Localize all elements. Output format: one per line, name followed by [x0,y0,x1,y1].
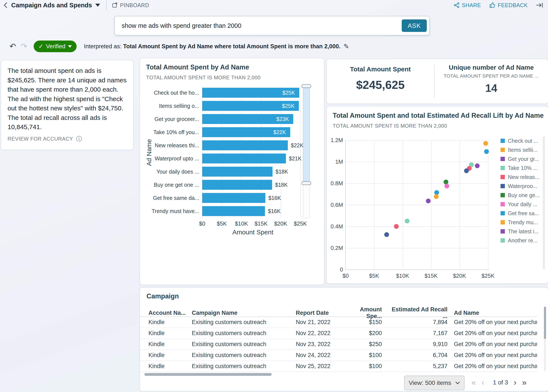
kpi-total-amount-spent: Total Amount Spent $245,625 [327,59,434,104]
redo-icon[interactable]: ↷ [21,42,27,50]
table-row: KindleExisiting customers outreachNov 21… [140,317,537,328]
legend-swatch [500,166,505,170]
info-icon[interactable]: ⓘ [76,136,82,142]
scatter-point[interactable] [434,194,439,199]
ask-button[interactable]: ASK [402,19,427,32]
table-header-cell[interactable]: Campaign Name [192,310,296,316]
feedback-label: FEEDBACK [498,2,528,8]
legend-item[interactable]: Another re... [500,236,540,245]
scatter-plot: $0$5K$10K$15K$20K$25K00.2M0.4M0.6M0.8M1M… [345,140,489,270]
table-cell: Get 20% off on your next purcha [448,352,537,359]
table-cell: Kindle [149,330,192,336]
edit-interpretation-icon[interactable]: ✎ [343,42,349,50]
legend-item[interactable]: Your daily ... [500,200,540,209]
legend-swatch [500,148,505,152]
collapse-panel-icon[interactable] [536,2,543,8]
view-items-dropdown[interactable]: View: 500 items [404,376,464,390]
bar-chart-scrollbar-handle-bottom[interactable] [302,181,311,185]
scatter-point[interactable] [475,163,480,168]
scatter-gridline [346,183,489,184]
bar-category-label: Items selliing o... [145,103,199,109]
first-page-icon[interactable]: « [471,378,476,387]
share-button[interactable]: SHARE [454,2,481,8]
bar[interactable] [202,193,265,203]
bar-chart-x-tick-label: $25K [291,220,310,227]
table-cell: 9,910 [382,341,448,348]
bar-chart-subtitle: TOTAL AMOUNT SPENT IS MORE THAN 2,000 [146,75,261,81]
scatter-gridline [346,226,489,227]
chevron-down-icon [68,45,72,48]
scatter-y-tick-label: 0.4M [327,223,343,230]
scatter-point[interactable] [483,141,488,146]
legend-item[interactable]: New releas... [500,173,540,182]
table-cell: Exisiting customers outreach [192,363,296,370]
table-header-cell[interactable]: Account Na... [149,310,192,316]
pinboard-button[interactable]: PINBOARD [112,2,149,8]
scatter-y-tick-label: 1M [327,159,343,165]
scatter-x-tick-label: $20K [450,273,469,279]
next-page-icon[interactable]: › [514,378,517,387]
topic-dropdown-icon[interactable] [95,4,100,7]
bar-chart-scrollbar-band[interactable] [303,86,310,183]
feedback-button[interactable]: FEEDBACK [489,2,528,8]
bar-chart-card: Total Amount Spent by Ad Name TOTAL AMOU… [140,58,325,285]
bar-chart-scrollbar-handle-top[interactable] [302,84,311,88]
table-horizontal-scrollbar[interactable] [144,373,272,376]
question-input[interactable] [121,22,402,29]
bar[interactable] [202,167,272,177]
verified-badge[interactable]: ✓ Verified [34,41,77,52]
legend-item[interactable]: Waterproo... [500,182,540,191]
thumbs-up-icon [489,2,496,8]
bar[interactable] [202,140,288,150]
legend-item[interactable]: Get free sa... [500,209,540,218]
back-icon[interactable] [3,2,9,8]
legend-item[interactable]: Get your gr... [500,154,540,163]
scatter-x-tick-label: $15K [421,273,441,279]
scatter-gridline [346,140,489,140]
bar[interactable] [202,154,286,163]
bar-category-label: Get your groceer... [145,116,199,122]
legend-item[interactable]: Trendy mu... [500,218,540,227]
check-icon: ✓ [38,43,43,50]
share-icon [454,2,460,8]
verified-label: Verified [46,43,65,50]
bar-chart-x-tick-label: $15K [251,220,271,227]
scatter-point[interactable] [464,168,469,173]
scatter-chart-title: Total Amount Spent and total Estimated A… [333,112,544,119]
bar-value-label: $25K [282,90,295,96]
bar-value-label: $22K [291,142,303,148]
scatter-point[interactable] [484,149,489,154]
table-cell: 5,237 [382,363,448,370]
table-cell: $250 [344,341,382,348]
legend-swatch [500,139,505,143]
previous-page-icon[interactable]: ‹ [482,378,484,387]
bar-chart-title: Total Amount Spent by Ad Name [146,63,249,71]
table-vertical-scrollbar-thumb[interactable] [544,307,546,339]
bar-category-label: Your daily does ... [145,169,199,175]
table-cell: Kindle [149,363,192,370]
legend-item[interactable]: Buy one ge... [500,191,540,200]
scatter-point[interactable] [426,199,431,203]
scatter-point[interactable] [384,232,389,237]
scatter-point[interactable] [444,184,449,189]
last-page-icon[interactable]: » [522,378,527,387]
scatter-point[interactable] [434,190,439,195]
table-cell: Nov 25, 2022 [296,363,344,370]
bar[interactable] [202,180,272,190]
legend-label: Check out ... [508,138,538,144]
scatter-point[interactable] [405,219,409,223]
undo-icon[interactable]: ↶ [9,42,16,50]
scatter-point[interactable] [394,224,399,229]
table-header-cell[interactable]: Report Date [296,310,344,316]
legend-item[interactable]: The latest i... [500,227,540,236]
table-header-cell[interactable]: Ad Name [448,310,537,316]
table-cell: Nov 24, 2022 [296,352,344,359]
table-cell: Exisiting customers outreach [192,319,296,326]
legend-swatch [500,211,505,215]
legend-scrollbar[interactable] [543,136,545,270]
legend-item[interactable]: Check out ... [500,136,540,145]
bar-chart-x-axis-label: Amount Spent [202,229,304,236]
legend-item[interactable]: Take 10% ... [500,163,540,173]
legend-item[interactable]: Items sellii... [500,145,540,154]
bar[interactable] [202,206,265,216]
